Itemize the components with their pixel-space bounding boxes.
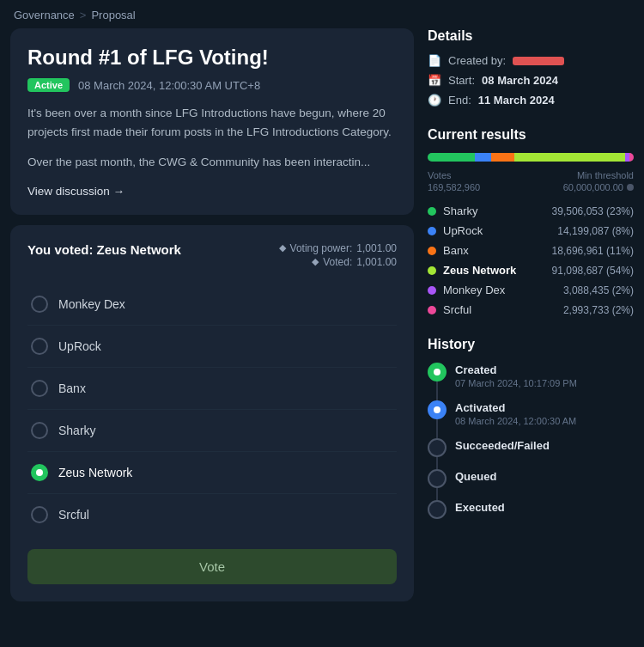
result-dot [428, 286, 436, 295]
proposal-date: 08 March 2024, 12:00:30 AM UTC+8 [78, 79, 260, 92]
result-left: Zeus Network [428, 264, 516, 277]
history-name: Succeeded/Failed [455, 439, 550, 452]
result-name: Monkey Dex [443, 284, 505, 296]
history-item: Executed [428, 500, 634, 531]
history-date: 07 March 2024, 10:17:09 PM [455, 378, 577, 388]
start-value: 08 March 2024 [482, 74, 558, 87]
threshold-circle [627, 184, 634, 191]
result-left: UpRock [428, 224, 483, 237]
result-left: Sharky [428, 204, 477, 217]
history-dot [428, 469, 447, 488]
results-list: Sharky 39,506,053 (23%) UpRock 14,199,08… [428, 204, 634, 316]
history-name: Queued [455, 470, 496, 483]
vote-button[interactable]: Vote [27, 549, 397, 584]
votes-col: Votes 169,582,960 [428, 170, 480, 192]
status-row: Active 08 March 2024, 12:00:30 AM UTC+8 [27, 78, 397, 92]
option-item[interactable]: Srcful [27, 494, 397, 535]
history-date: 08 March 2024, 12:00:30 AM [455, 416, 576, 426]
progress-segment [491, 153, 513, 162]
breadcrumb-current: Proposal [91, 9, 135, 21]
end-row: 🕐 End: 11 March 2024 [428, 94, 634, 107]
result-dot [428, 266, 436, 275]
voted-label2: Voted: [323, 256, 352, 268]
option-label: Banx [58, 381, 86, 395]
history-dot [428, 400, 447, 419]
history-item: Created 07 March 2024, 10:17:09 PM [428, 363, 634, 400]
start-label: Start: [448, 74, 475, 87]
result-dot [428, 207, 436, 216]
result-dot [428, 306, 436, 314]
radio-circle [31, 464, 48, 481]
history-name: Executed [455, 501, 505, 514]
radio-circle [31, 422, 48, 439]
voted-header: You voted: Zeus Network ◆ Voting power: … [27, 242, 397, 268]
votes-value: 169,582,960 [428, 182, 480, 192]
result-row: Monkey Dex 3,088,435 (2%) [428, 284, 634, 296]
history-content: Executed [455, 500, 505, 519]
threshold-col: Min threshold 60,000,000.00 [563, 170, 634, 192]
proposal-card: Round #1 of LFG Voting! Active 08 March … [10, 28, 414, 215]
threshold-value: 60,000,000.00 [563, 182, 623, 192]
result-name: Srcful [443, 303, 471, 316]
progress-bar [428, 153, 634, 162]
result-name: Banx [443, 244, 469, 257]
status-badge: Active [27, 78, 70, 92]
option-item[interactable]: Monkey Dex [27, 284, 397, 326]
breadcrumb-separator: > [80, 9, 87, 21]
end-value: 11 March 2024 [478, 94, 555, 107]
view-discussion-link[interactable]: View discussion → [27, 185, 125, 198]
option-item[interactable]: Zeus Network [27, 452, 397, 494]
details-section: Details 📄 Created by: 📅 Start: 08 March … [428, 28, 634, 113]
voted-value: 1,001.00 [356, 256, 397, 268]
end-label: End: [448, 94, 471, 107]
clock-icon: 🕐 [428, 94, 441, 107]
history-content: Created 07 March 2024, 10:17:09 PM [455, 363, 577, 388]
result-row: Banx 18,696,961 (11%) [428, 244, 634, 257]
history-item: Activated 08 March 2024, 12:00:30 AM [428, 400, 634, 438]
dot-inner [434, 406, 440, 413]
options-list: Monkey Dex UpRock Banx Sharky Zeus Netwo… [27, 284, 397, 535]
option-item[interactable]: UpRock [27, 326, 397, 368]
history-content: Queued [455, 469, 496, 488]
option-item[interactable]: Banx [27, 368, 397, 410]
result-name: Zeus Network [443, 264, 516, 277]
history-title: History [428, 337, 634, 352]
voting-card: You voted: Zeus Network ◆ Voting power: … [10, 225, 414, 601]
proposal-title: Round #1 of LFG Voting! [27, 46, 397, 70]
history-section: History Created 07 March 2024, 10:17:09 … [428, 337, 634, 531]
radio-circle [31, 296, 48, 313]
calendar-icon: 📅 [428, 74, 441, 87]
option-item[interactable]: Sharky [27, 410, 397, 452]
radio-circle [31, 506, 48, 523]
breadcrumb-governance[interactable]: Governance [14, 9, 75, 21]
voted-row: ◆ Voted: 1,001.00 [312, 256, 397, 268]
proposal-description-2: Over the past month, the CWG & Community… [27, 153, 397, 172]
result-row: Srcful 2,993,733 (2%) [428, 303, 634, 316]
history-content: Succeeded/Failed [455, 438, 550, 457]
option-label: Sharky [58, 424, 96, 437]
voted-label: You voted: Zeus Network [27, 242, 181, 257]
history-name: Created [455, 363, 577, 376]
history-list: Created 07 March 2024, 10:17:09 PM Activ… [428, 363, 634, 531]
start-row: 📅 Start: 08 March 2024 [428, 74, 634, 87]
proposal-description-1: It's been over a month since LFG Introdu… [27, 104, 397, 141]
result-row: Zeus Network 91,098,687 (54%) [428, 264, 634, 277]
result-dot [428, 227, 436, 235]
created-by-row: 📄 Created by: [428, 54, 634, 67]
result-left: Banx [428, 244, 469, 257]
result-row: UpRock 14,199,087 (8%) [428, 224, 634, 237]
option-label: UpRock [58, 339, 101, 353]
details-title: Details [428, 28, 634, 44]
progress-segment [428, 153, 475, 162]
result-value: 2,993,733 (2%) [563, 304, 634, 316]
result-value: 39,506,053 (23%) [552, 205, 634, 217]
results-section: Current results Votes 169,582,960 Min th… [428, 127, 634, 323]
result-value: 18,696,961 (11%) [552, 245, 634, 257]
voting-power-info: ◆ Voting power: 1,001.00 ◆ Voted: 1,001.… [279, 242, 397, 268]
threshold-label: Min threshold [563, 170, 634, 180]
history-dot [428, 438, 447, 457]
result-name: UpRock [443, 224, 483, 237]
dot-inner [434, 369, 440, 375]
progress-segment [514, 153, 626, 162]
option-label: Monkey Dex [58, 297, 125, 311]
